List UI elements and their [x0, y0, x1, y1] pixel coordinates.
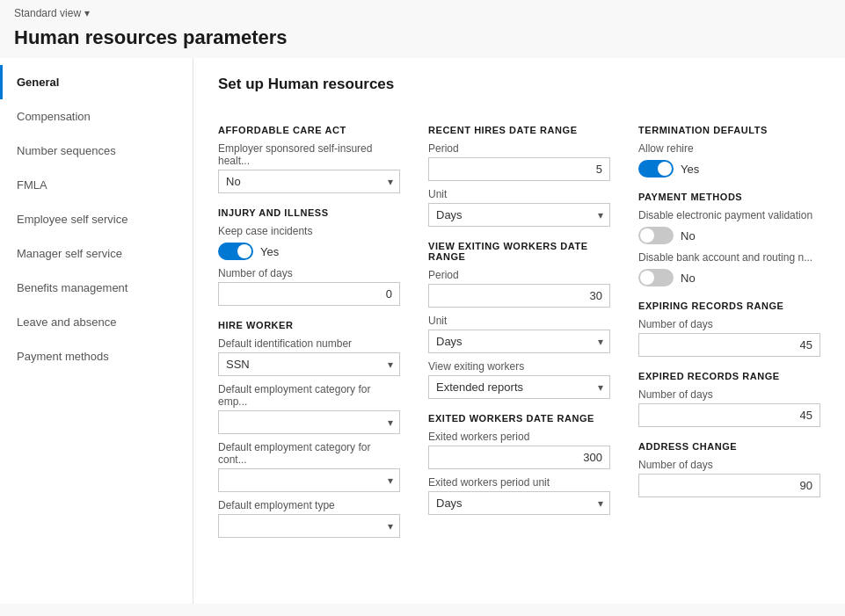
sidebar-item-manager-self-service[interactable]: Manager self service	[0, 236, 193, 271]
sidebar-item-payment-methods[interactable]: Payment methods	[0, 339, 193, 373]
injury-illness-header: INJURY AND ILLNESS	[218, 207, 400, 218]
view-exiting-workers-wrapper: Extended reports Direct reports All work…	[428, 375, 610, 399]
payment-methods-header: PAYMENT METHODS	[638, 192, 820, 202]
view-exiting-unit-wrapper: Days Weeks Months	[428, 330, 610, 353]
keep-case-toggle[interactable]	[218, 243, 253, 260]
exited-workers-unit-wrapper: Days Weeks Months	[428, 491, 610, 515]
disable-bank-value: No	[681, 272, 696, 285]
page-title: Human resources parameters	[0, 23, 845, 58]
sidebar-item-compensation[interactable]: Compensation	[0, 99, 193, 134]
exited-workers-period-input[interactable]	[428, 446, 610, 469]
allow-rehire-label: Allow rehire	[638, 142, 820, 155]
sidebar-item-fmla[interactable]: FMLA	[0, 168, 193, 202]
disable-bank-toggle[interactable]	[638, 269, 674, 286]
affordable-care-act-header: AFFORDABLE CARE ACT	[218, 125, 400, 135]
default-id-label: Default identification number	[218, 337, 400, 350]
view-exiting-unit-select[interactable]: Days Weeks Months	[428, 330, 610, 353]
default-id-select[interactable]: SSN Other	[218, 352, 400, 376]
view-exiting-header: VIEW EXITING WORKERS DATE RANGE	[428, 241, 610, 262]
keep-case-toggle-value: Yes	[260, 245, 279, 258]
employer-sponsored-select-wrapper: No Yes	[218, 170, 400, 193]
disable-elec-toggle[interactable]	[638, 227, 674, 244]
emp-type-select[interactable]	[218, 514, 400, 538]
emp-category-cont-select[interactable]	[218, 468, 400, 492]
emp-type-wrapper	[218, 514, 400, 538]
expiring-records-header: EXPIRING RECORDS RANGE	[638, 301, 820, 311]
address-days-label: Number of days	[638, 459, 820, 471]
recent-hires-period-input[interactable]	[428, 157, 610, 181]
sidebar-item-number-sequences[interactable]: Number sequences	[0, 134, 193, 168]
expired-days-label: Number of days	[638, 388, 820, 401]
expiring-days-input[interactable]	[638, 333, 820, 357]
standard-view-label: Standard view	[14, 7, 81, 19]
main-content: Set up Human resources AFFORDABLE CARE A…	[193, 58, 845, 604]
disable-elec-toggle-row: No	[638, 227, 820, 244]
disable-bank-toggle-row: No	[638, 269, 820, 286]
emp-type-label: Default employment type	[218, 499, 400, 511]
view-exiting-period-input[interactable]	[428, 284, 610, 308]
injury-days-input[interactable]	[218, 282, 400, 306]
exited-workers-unit-label: Exited workers period unit	[428, 476, 610, 489]
emp-category-emp-wrapper	[218, 410, 400, 434]
emp-category-emp-select[interactable]	[218, 410, 400, 434]
allow-rehire-toggle[interactable]	[638, 160, 674, 178]
chevron-down-icon: ▾	[84, 7, 90, 19]
sidebar-item-benefits-management[interactable]: Benefits management	[0, 271, 193, 305]
default-id-select-wrapper: SSN Other	[218, 352, 400, 376]
termination-defaults-header: TERMINATION DEFAULTS	[638, 125, 820, 135]
view-exiting-workers-label: View exiting workers	[428, 360, 610, 373]
exited-workers-unit-select[interactable]: Days Weeks Months	[428, 491, 610, 515]
disable-elec-label: Disable electronic payment validation	[638, 209, 820, 221]
keep-case-toggle-row: Yes	[218, 243, 400, 260]
address-days-input[interactable]	[638, 474, 820, 497]
keep-case-label: Keep case incidents	[218, 225, 400, 237]
recent-hires-unit-label: Unit	[428, 188, 610, 200]
expired-records-header: EXPIRED RECORDS RANGE	[638, 371, 820, 381]
view-exiting-unit-label: Unit	[428, 315, 610, 327]
address-change-header: ADDRESS CHANGE	[638, 441, 820, 452]
disable-elec-value: No	[681, 229, 696, 243]
recent-hires-period-label: Period	[428, 142, 610, 155]
emp-category-cont-wrapper	[218, 468, 400, 492]
section-title: Set up Human resources	[218, 76, 820, 93]
employer-sponsored-label: Employer sponsored self-insured healt...	[218, 142, 400, 167]
exited-workers-period-label: Exited workers period	[428, 431, 610, 443]
allow-rehire-value: Yes	[681, 163, 699, 176]
sidebar-item-employee-self-service[interactable]: Employee self service	[0, 202, 193, 236]
exited-workers-header: EXITED WORKERS DATE RANGE	[428, 413, 610, 424]
recent-hires-unit-select[interactable]: Days Weeks Months	[428, 203, 610, 227]
sidebar-item-leave-and-absence[interactable]: Leave and absence	[0, 305, 193, 339]
emp-category-emp-label: Default employment category for emp...	[218, 383, 400, 408]
expired-days-input[interactable]	[638, 403, 820, 427]
view-exiting-workers-select[interactable]: Extended reports Direct reports All work…	[428, 375, 610, 399]
disable-bank-label: Disable bank account and routing n...	[638, 251, 820, 264]
employer-sponsored-select[interactable]: No Yes	[218, 170, 400, 193]
emp-category-cont-label: Default employment category for cont...	[218, 441, 400, 466]
sidebar: General Compensation Number sequences FM…	[0, 58, 193, 604]
sidebar-item-general[interactable]: General	[0, 65, 193, 99]
hire-worker-header: HIRE WORKER	[218, 320, 400, 330]
allow-rehire-toggle-row: Yes	[638, 160, 820, 178]
recent-hires-unit-wrapper: Days Weeks Months	[428, 203, 610, 227]
view-exiting-period-label: Period	[428, 269, 610, 281]
expiring-days-label: Number of days	[638, 318, 820, 330]
injury-days-label: Number of days	[218, 267, 400, 279]
standard-view-button[interactable]: Standard view ▾	[14, 7, 831, 19]
recent-hires-header: RECENT HIRES DATE RANGE	[428, 125, 610, 135]
